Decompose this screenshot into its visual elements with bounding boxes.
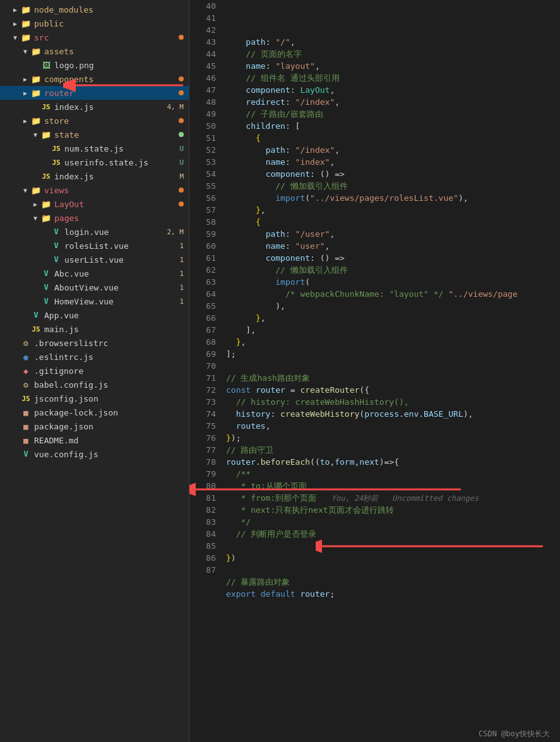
file-badge: 1 [179, 242, 184, 250]
sidebar-item-index.js-router[interactable]: JSindex.js4, M [0, 100, 189, 114]
sidebar-item-babel.config.js[interactable]: ⚙babel.config.js [0, 378, 189, 392]
sidebar-item-assets[interactable]: ▼📁assets [0, 44, 189, 58]
file-badge: M [179, 172, 184, 181]
code-line: // 判断用户是否登录 [226, 528, 560, 540]
vue-icon: V [40, 269, 52, 278]
sidebar-item-.eslintrc.js[interactable]: ●.eslintrc.js [0, 350, 189, 364]
sidebar-item-logo.png[interactable]: 🖼logo.png [0, 58, 189, 72]
sidebar-item-.gitignore[interactable]: ◆.gitignore [0, 364, 189, 378]
line-number: 74 [189, 408, 216, 420]
js-icon: JS [51, 159, 62, 167]
file-badge: 1 [179, 256, 184, 264]
item-label: views [44, 186, 176, 195]
file-badge: 1 [179, 270, 184, 278]
code-line: }, [226, 312, 560, 324]
sidebar-item-App.vue[interactable]: VApp.vue [0, 308, 189, 322]
sidebar-item-README.md[interactable]: ■README.md [0, 433, 189, 447]
sidebar-item-pages[interactable]: ▼📁pages [0, 211, 189, 225]
file-badge: U [179, 159, 184, 167]
line-number: 53 [189, 156, 216, 168]
item-label: vue.config.js [34, 450, 184, 459]
sidebar-item-rolesList.vue[interactable]: VrolesList.vue1 [0, 239, 189, 253]
item-label: index.js [54, 172, 177, 181]
vue-icon: V [30, 311, 42, 320]
sidebar-item-vue.config.js[interactable]: Vvue.config.js [0, 447, 189, 461]
code-line: }) [226, 552, 560, 564]
item-label: AboutView.vue [54, 283, 177, 292]
sidebar-item-Abc.vue[interactable]: VAbc.vue1 [0, 266, 189, 280]
sidebar-item-package-lock.json[interactable]: ■package-lock.json [0, 405, 189, 419]
line-number: 86 [189, 552, 216, 564]
folder-icon: 📁 [30, 75, 42, 84]
sidebar-item-.browserslistrc[interactable]: ⚙.browserslistrc [0, 336, 189, 350]
sidebar-item-store[interactable]: ▶📁store [0, 114, 189, 128]
line-number: 87 [189, 564, 216, 576]
modified-dot [179, 76, 184, 81]
code-line: { [226, 132, 560, 144]
item-label: index.js [54, 102, 165, 112]
code-line: ], [226, 324, 560, 336]
line-number: 84 [189, 528, 216, 540]
file-icon: ■ [20, 408, 32, 417]
sidebar-item-router[interactable]: ▶📁router [0, 86, 189, 100]
folder-icon: 📁 [30, 186, 42, 195]
sidebar-item-public[interactable]: ▶📁public [0, 16, 189, 30]
sidebar-item-src[interactable]: ▼📁src [0, 30, 189, 44]
item-label: package-lock.json [34, 408, 184, 417]
sidebar-item-package.json[interactable]: ■package.json [0, 419, 189, 433]
git-icon: ◆ [20, 366, 32, 376]
sidebar-item-main.js[interactable]: JSmain.js [0, 322, 189, 336]
code-line: // history: createWebHashHistory(), [226, 396, 560, 408]
sidebar-item-state[interactable]: ▼📁state [0, 128, 189, 141]
code-line: * from:到那个页面 You, 24秒前 Uncommitted chang… [226, 492, 560, 504]
line-number: 80 [189, 480, 216, 492]
line-number: 46 [189, 72, 216, 84]
sidebar-item-jsconfig.json[interactable]: JSjsconfig.json [0, 392, 189, 405]
line-number: 49 [189, 108, 216, 120]
modified-dot [179, 188, 184, 193]
sidebar-item-login.vue[interactable]: Vlogin.vue2, M [0, 225, 189, 239]
code-line: // 生成hash路由对象 [226, 372, 560, 384]
sidebar-item-AboutView.vue[interactable]: VAboutView.vue1 [0, 280, 189, 294]
file-explorer[interactable]: ▶📁node_modules▶📁public▼📁src▼📁assets 🖼log… [0, 0, 189, 742]
line-number: 69 [189, 348, 216, 360]
line-number: 57 [189, 204, 216, 216]
sidebar-item-node_modules[interactable]: ▶📁node_modules [0, 3, 189, 16]
sidebar-item-index.js-store[interactable]: JSindex.jsM [0, 169, 189, 183]
item-label: README.md [34, 436, 184, 445]
item-label: userList.vue [64, 255, 177, 265]
file-badge: 1 [179, 297, 184, 306]
sidebar-item-LayOut[interactable]: ▶📁LayOut [0, 197, 189, 211]
line-number: 72 [189, 384, 216, 396]
code-line [226, 564, 560, 576]
item-label: node_modules [34, 5, 184, 15]
code-line [226, 540, 560, 552]
expand-arrow: ▼ [30, 131, 40, 138]
code-line: }, [226, 204, 560, 216]
line-number: 61 [189, 252, 216, 264]
sidebar-item-components[interactable]: ▶📁components [0, 72, 189, 86]
line-number: 52 [189, 144, 216, 156]
sidebar-item-views[interactable]: ▼📁views [0, 183, 189, 197]
item-label: assets [44, 47, 184, 56]
code-line: path: "/", [226, 36, 560, 48]
item-label: router [44, 88, 176, 98]
sidebar-item-HomeView.vue[interactable]: VHomeView.vue1 [0, 294, 189, 308]
line-number: 54 [189, 168, 216, 180]
code-line: name: "index", [226, 156, 560, 168]
sidebar-item-userList.vue[interactable]: VuserList.vue1 [0, 253, 189, 266]
code-line: // 子路由/嵌套路由 [226, 108, 560, 120]
vue-icon: V [40, 283, 52, 292]
item-label: Abc.vue [54, 269, 177, 278]
sidebar-item-num.state.js[interactable]: JSnum.state.jsU [0, 141, 189, 155]
js-icon: JS [51, 145, 62, 153]
line-number: 59 [189, 228, 216, 240]
code-line [226, 360, 560, 372]
js-icon: JS [40, 103, 52, 111]
sidebar-item-userinfo.state.js[interactable]: JSuserinfo.state.jsU [0, 155, 189, 169]
gear-icon: ⚙ [20, 338, 32, 348]
code-content: path: "/", // 页面的名字 name: "layout", // 组… [221, 0, 560, 742]
code-line: const router = createRouter({ [226, 384, 560, 396]
file-badge: 1 [179, 284, 184, 292]
file-icon: ■ [20, 436, 32, 445]
